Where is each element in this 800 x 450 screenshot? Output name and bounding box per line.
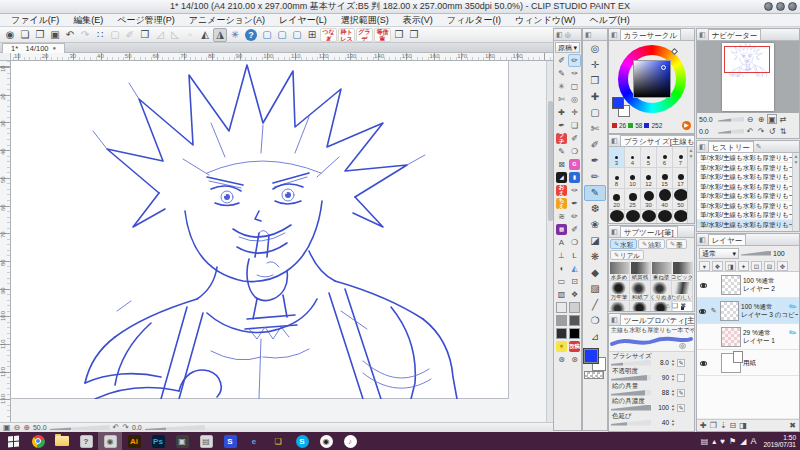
quick-access-item[interactable] xyxy=(555,301,568,314)
quick-access-item[interactable]: ▢ xyxy=(568,80,581,93)
color-history-button[interactable]: ▶ xyxy=(682,121,691,130)
rotate-right-icon[interactable]: ↷ xyxy=(122,423,129,432)
quick-access-item[interactable]: ✑ xyxy=(568,67,581,80)
quick-access-item[interactable]: A xyxy=(555,236,568,249)
zoom-in-icon[interactable]: ⊕ xyxy=(756,115,766,124)
document-tab[interactable]: 1* 14/100 ● xyxy=(2,43,65,53)
quick-access-item[interactable] xyxy=(555,314,568,327)
quick-access-item[interactable]: ▮ xyxy=(568,171,581,184)
quick-access-set-select[interactable]: 原稿 ▾ xyxy=(555,42,580,53)
quick-access-item[interactable]: ❖ xyxy=(568,288,581,301)
panel-menu-icon[interactable]: ◧ xyxy=(611,228,618,236)
sub-tool-group-リアル[interactable]: ✎リアル xyxy=(610,250,644,260)
sub-tool-item[interactable]: 万年筆 xyxy=(609,281,630,301)
action-center-flag-icon[interactable]: ⚑ xyxy=(729,437,736,446)
blend-mode-select[interactable]: 通常 ▾ xyxy=(699,248,739,259)
menu-item[interactable]: 表示(V) xyxy=(396,14,440,27)
quick-access-item[interactable]: ✳ xyxy=(555,80,568,93)
brush-size-item[interactable]: 3 xyxy=(609,147,625,168)
sub-tool-group-墨[interactable]: ✎墨 xyxy=(666,239,687,249)
brush-tool[interactable]: ✎ xyxy=(584,185,606,201)
slider-spinner[interactable]: ▲▼ xyxy=(671,359,675,367)
redo-icon[interactable]: ↷ xyxy=(78,28,92,42)
auto-action-toubai-button[interactable]: 等倍重 xyxy=(374,28,391,42)
quick-access-item[interactable]: ✎ xyxy=(555,67,568,80)
airbrush-tool[interactable]: ❆ xyxy=(584,201,606,217)
fill-tool[interactable]: ◆ xyxy=(584,265,606,281)
panel-menu-icon[interactable]: ◧ xyxy=(611,316,618,324)
quick-access-item[interactable]: ✐ xyxy=(568,223,581,236)
magnifier-icon[interactable]: ◎ xyxy=(679,341,686,350)
brush-size-item[interactable]: 10 xyxy=(625,168,641,189)
notepad-icon[interactable]: ▤ xyxy=(194,432,218,450)
figure-tool[interactable]: ╱ xyxy=(584,297,606,313)
brush-size-item[interactable]: 20 xyxy=(609,189,625,210)
foreground-color-chip[interactable] xyxy=(584,349,598,363)
menu-item[interactable]: フィルター(I) xyxy=(440,14,508,27)
quick-access-item[interactable]: ≋ xyxy=(555,210,568,223)
set-as-reference-icon[interactable]: ⊟ xyxy=(764,261,775,271)
layer-thumbnail[interactable] xyxy=(721,327,741,347)
chrome-icon[interactable] xyxy=(26,432,50,450)
save-icon[interactable]: ▣ xyxy=(48,28,62,42)
undo-icon[interactable]: ↶ xyxy=(63,28,77,42)
quick-access-item[interactable]: ⊛ xyxy=(568,353,581,366)
new-layer-icon[interactable]: ✚ xyxy=(700,421,707,430)
rotate-right-icon[interactable]: ↷ xyxy=(756,127,766,136)
flip-vertical-icon[interactable]: ◺ xyxy=(168,28,182,42)
menu-item[interactable]: アニメーション(A) xyxy=(182,14,272,27)
open-file-icon[interactable]: ❐ xyxy=(33,28,47,42)
quick-access-item[interactable]: ✐ xyxy=(568,132,581,145)
quick-access-item[interactable]: ✒ xyxy=(568,197,581,210)
quick-access-item[interactable]: ◖ xyxy=(555,262,568,275)
sub-tool-item[interactable]: たのしい xyxy=(672,281,693,301)
tray-app-icon[interactable]: ♥ xyxy=(720,437,725,446)
slider-dynamics-button[interactable]: ✎ xyxy=(677,389,685,397)
fit-icon[interactable]: ▣ xyxy=(3,423,11,432)
brush-size-scrollbar[interactable]: ▲▼ xyxy=(687,147,694,223)
reset-rotation-icon[interactable]: ↺ xyxy=(767,127,777,136)
brush-size-item[interactable]: 80 xyxy=(641,210,657,224)
panel-menu-icon[interactable]: ◧ xyxy=(699,143,706,151)
quick-access-item[interactable]: ▩ xyxy=(555,223,568,236)
brush-size-item[interactable]: 30 xyxy=(641,189,657,210)
sticky-notes-icon[interactable]: ❏ xyxy=(266,432,290,450)
panel-menu-icon[interactable]: ◧ xyxy=(556,31,563,39)
history-entry[interactable]: 筆/水彩/主線も水彩も厚塗りも一本でやる欲 xyxy=(697,153,794,163)
quick-access-item[interactable]: ⊠ xyxy=(555,158,568,171)
delete-subtool-icon[interactable]: ✖ xyxy=(680,302,686,310)
layer-row[interactable]: 用紙 xyxy=(697,350,799,376)
sub-tool-group-水彩[interactable]: ✎水彩 xyxy=(610,239,637,249)
quick-access-item[interactable]: ✑ xyxy=(568,184,581,197)
history-entry[interactable]: 筆/水彩/主線も水彩も厚塗りも一本でやる欲 xyxy=(697,163,794,173)
quick-access-item[interactable]: ★ xyxy=(555,340,568,353)
operation-tool[interactable]: ❒ xyxy=(584,73,606,89)
quick-access-item[interactable]: ▧ xyxy=(555,288,568,301)
sv-marker[interactable] xyxy=(661,65,666,70)
brush-size-item[interactable]: 90 xyxy=(657,210,673,224)
clip-s-icon[interactable]: S xyxy=(218,432,242,450)
quick-access-item[interactable]: ✄ xyxy=(555,93,568,106)
crop-icon[interactable]: ▫ xyxy=(183,28,197,42)
history-entry[interactable]: 筆/水彩/主線も水彩も厚塗りも一本でやる欲 xyxy=(697,191,794,201)
illustrator-icon[interactable]: Ai xyxy=(122,432,146,450)
slider-spinner[interactable]: ▲▼ xyxy=(671,389,675,397)
flip-vertical-icon[interactable]: ⇅ xyxy=(778,127,788,136)
quick-access-item[interactable]: ✏ xyxy=(568,210,581,223)
quick-access-item[interactable]: G xyxy=(568,158,581,171)
brush-size-item[interactable]: 70 xyxy=(625,210,641,224)
menu-item[interactable]: ヘルプ(H) xyxy=(583,14,637,27)
quick-access-item[interactable]: ▭ xyxy=(555,275,568,288)
canvas-viewport[interactable] xyxy=(11,61,553,422)
fit-icon[interactable]: ▣ xyxy=(767,114,777,124)
hidden-icons-chevron[interactable]: ▴ xyxy=(712,437,716,446)
history-entry[interactable]: 筆/水彩/主線も水彩も厚塗りも一本でやる欲 xyxy=(697,220,794,230)
flip-horizontal-icon[interactable]: ◿ xyxy=(153,28,167,42)
github-icon[interactable]: ◉ xyxy=(314,432,338,450)
quick-access-item[interactable]: L xyxy=(568,249,581,262)
move-tool[interactable]: ✚ xyxy=(584,89,606,105)
zoom-slider[interactable] xyxy=(50,425,110,430)
start-button[interactable] xyxy=(0,432,26,450)
snap-to-grid-icon[interactable]: ✳ xyxy=(228,28,242,42)
slider-spinner[interactable]: ▲▼ xyxy=(671,374,675,382)
